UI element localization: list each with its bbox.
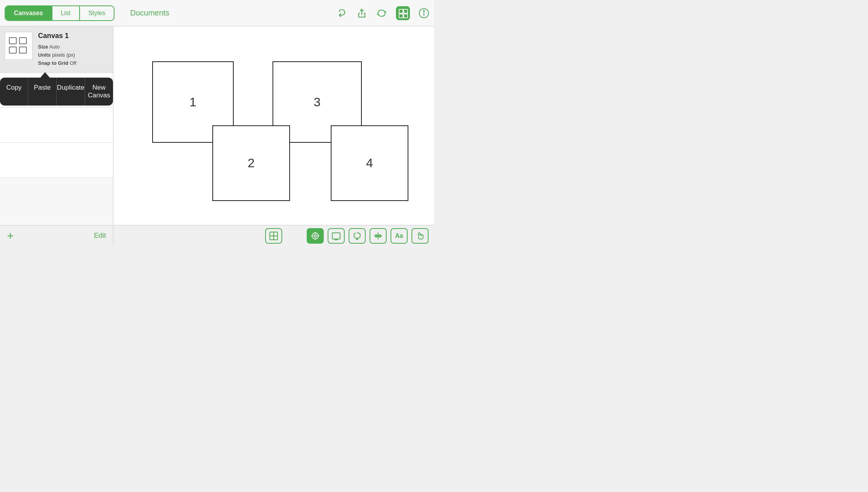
canvas-area: 1 3 2 4 <box>113 26 434 246</box>
canvas-meta: Size Auto Units pixels (px) Snap to Grid… <box>38 43 76 67</box>
diagram: 1 3 2 4 <box>152 50 424 246</box>
context-menu-arrow <box>40 72 50 78</box>
top-bar: Canvases List Styles Documents <box>0 0 434 26</box>
shape-2: 2 <box>212 125 290 201</box>
shape-4: 4 <box>331 125 408 201</box>
lasso-tool[interactable] <box>349 228 366 244</box>
svg-rect-11 <box>19 47 26 53</box>
ctx-paste[interactable]: Paste <box>28 78 57 106</box>
canvas-slot-2 <box>0 108 113 143</box>
canvas-slot-3 <box>0 143 113 178</box>
svg-rect-8 <box>9 38 16 44</box>
canvases-button[interactable] <box>396 6 410 20</box>
top-right-icons <box>337 6 429 20</box>
svg-rect-2 <box>404 9 408 13</box>
target-tool[interactable] <box>307 228 324 244</box>
bottom-toolbar: Aa <box>113 225 434 246</box>
tab-list[interactable]: List <box>52 6 80 20</box>
sync-button[interactable] <box>376 8 387 19</box>
rect-tool[interactable] <box>328 228 345 244</box>
add-canvas-button[interactable]: + <box>7 230 14 242</box>
undo-button[interactable] <box>337 8 348 19</box>
hand-tool[interactable] <box>411 228 429 244</box>
documents-title: Documents <box>130 9 169 17</box>
canvas-info: Canvas 1 Size Auto Units pixels (px) Sna… <box>38 32 76 67</box>
size-val: Auto <box>49 44 60 50</box>
svg-rect-10 <box>19 38 26 44</box>
shape-2-label: 2 <box>248 156 255 170</box>
tab-group: Canvases List Styles <box>5 5 115 21</box>
main-layout: Canvas 1 Size Auto Units pixels (px) Sna… <box>0 26 434 246</box>
shape-3-label: 3 <box>314 95 321 109</box>
svg-point-15 <box>273 235 274 237</box>
tab-styles[interactable]: Styles <box>80 6 114 20</box>
svg-point-17 <box>314 235 316 237</box>
info-button[interactable] <box>418 8 429 19</box>
fit-button[interactable] <box>265 228 282 244</box>
size-label: Size <box>38 44 48 50</box>
units-label: Units <box>38 52 51 58</box>
share-button[interactable] <box>356 8 367 19</box>
svg-point-16 <box>312 233 318 239</box>
context-menu-wrapper: Copy Paste Duplicate New Canvas <box>0 72 113 106</box>
svg-rect-22 <box>332 233 340 239</box>
svg-rect-4 <box>404 14 408 18</box>
snap-label: Snap to Grid <box>38 60 68 66</box>
text-tool[interactable]: Aa <box>391 228 408 244</box>
canvas-thumbnail <box>5 32 33 60</box>
tab-canvases[interactable]: Canvases <box>5 6 52 20</box>
svg-rect-3 <box>399 14 403 18</box>
canvas-name: Canvas 1 <box>38 32 76 40</box>
sidebar-bottom: + Edit <box>0 225 113 246</box>
shape-4-label: 4 <box>366 156 373 170</box>
connect-tool[interactable] <box>370 228 387 244</box>
ctx-copy[interactable]: Copy <box>0 78 28 106</box>
ctx-duplicate[interactable]: Duplicate <box>57 78 85 106</box>
svg-point-7 <box>424 10 424 11</box>
svg-rect-9 <box>9 47 16 53</box>
snap-value: Off <box>70 60 76 66</box>
canvas-list-item[interactable]: Canvas 1 Size Auto Units pixels (px) Sna… <box>0 26 113 73</box>
shape-1-label: 1 <box>189 95 196 109</box>
context-menu: Copy Paste Duplicate New Canvas <box>0 78 113 106</box>
svg-rect-1 <box>399 9 403 13</box>
sidebar: Canvas 1 Size Auto Units pixels (px) Sna… <box>0 26 113 246</box>
ctx-new-canvas[interactable]: New Canvas <box>85 78 113 106</box>
units-value: pixels (px) <box>52 52 75 58</box>
edit-button[interactable]: Edit <box>94 232 106 240</box>
